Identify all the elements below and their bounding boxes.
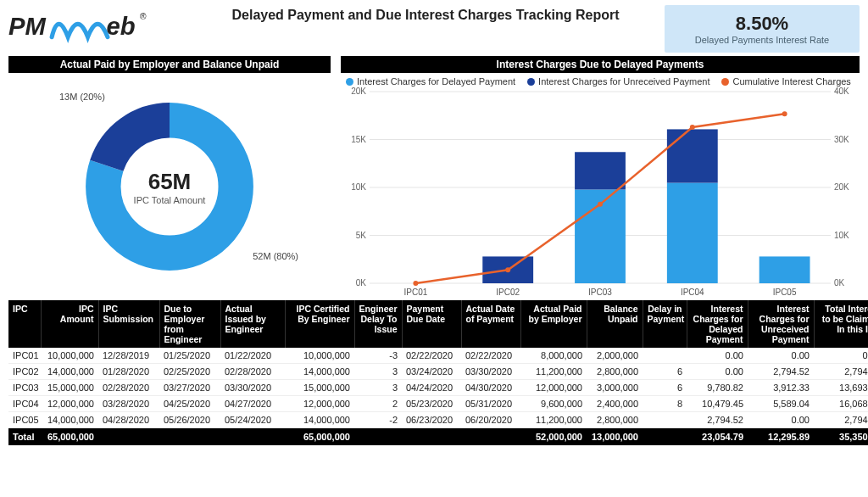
cell: 12/28/2019 <box>98 348 159 364</box>
table-row: IPC0412,000,00003/28/202004/25/202004/27… <box>8 396 868 412</box>
th-int-unreceived: Interest Charges for Unreceived Payment <box>748 300 814 348</box>
th-certified: IPC Certified By Engineer <box>285 300 354 348</box>
cell: 3,912.33 <box>748 380 814 396</box>
cell: 9,780.82 <box>687 380 748 396</box>
table-row: IPC0514,000,00004/28/202005/26/202005/24… <box>8 412 868 428</box>
cell: 05/23/2020 <box>402 396 461 412</box>
cell: 11,200,000 <box>520 412 587 428</box>
table-row: IPC0110,000,00012/28/201901/25/202001/22… <box>8 348 868 364</box>
th-actual-issued: Actual Issued by Engineer <box>220 300 285 348</box>
cell: 02/22/2020 <box>402 348 461 364</box>
cell: 02/28/2020 <box>98 380 159 396</box>
cell: -2 <box>354 412 402 428</box>
cell: 12,000,000 <box>41 396 98 412</box>
svg-text:15K: 15K <box>351 135 366 144</box>
svg-point-32 <box>598 202 603 207</box>
cell: 01/28/2020 <box>98 364 159 380</box>
svg-rect-25 <box>667 183 718 283</box>
ipc-table: IPC IPC Amount IPC Submission Due to Emp… <box>8 300 868 445</box>
cell: 6 <box>643 380 687 396</box>
cell <box>643 348 687 364</box>
cell: 15,000,000 <box>285 380 354 396</box>
cell: 2,794.52 <box>687 412 748 428</box>
cell: 12,000,000 <box>520 380 587 396</box>
donut-center: 65M IPC Total Amount <box>134 169 206 205</box>
cell: 15,000,000 <box>41 380 98 396</box>
cell <box>643 412 687 428</box>
cell: 2,400,000 <box>587 396 643 412</box>
cell: -3 <box>354 348 402 364</box>
cell: IPC01 <box>8 348 41 364</box>
cell: 03/30/2020 <box>461 364 520 380</box>
th-int-total: Total Interest to be Claimed In this IPC <box>814 300 868 348</box>
interest-rate-value: 8.50% <box>736 13 788 35</box>
legend-swatch-3 <box>721 78 729 86</box>
table-row: IPC0214,000,00001/28/202002/25/202002/28… <box>8 364 868 380</box>
cell: 3,000,000 <box>587 380 643 396</box>
cell: 2,794.52 <box>814 412 868 428</box>
donut-chart: 65M IPC Total Amount 13M (20%) 52M (80%) <box>8 73 331 300</box>
cell: 04/30/2020 <box>461 380 520 396</box>
total-amount: 65,000,000 <box>41 428 98 446</box>
cell: 0.00 <box>748 412 814 428</box>
report-title: Delayed Payment and Due Interest Charges… <box>186 7 665 23</box>
cell: 14,000,000 <box>285 364 354 380</box>
cell: 8,000,000 <box>520 348 587 364</box>
cell: 06/23/2020 <box>402 412 461 428</box>
cell: 02/28/2020 <box>220 364 285 380</box>
cell: 03/24/2020 <box>402 364 461 380</box>
svg-text:IPC02: IPC02 <box>496 288 520 297</box>
donut-center-value: 65M <box>134 169 206 195</box>
svg-text:eb: eb <box>106 13 135 40</box>
cell: 8 <box>643 396 687 412</box>
cell: 05/31/2020 <box>461 396 520 412</box>
th-ipc: IPC <box>8 300 41 348</box>
cell: 04/24/2020 <box>402 380 461 396</box>
cell: IPC04 <box>8 396 41 412</box>
total-int-total: 35,350.68 <box>814 428 868 446</box>
th-int-delayed: Interest Charges for Delayed Payment <box>687 300 748 348</box>
report-title-block: Delayed Payment and Due Interest Charges… <box>186 5 665 23</box>
cell: 10,000,000 <box>41 348 98 364</box>
svg-rect-26 <box>667 129 718 182</box>
cell: 10,479.45 <box>687 396 748 412</box>
cell: IPC05 <box>8 412 41 428</box>
cell: 0.00 <box>748 348 814 364</box>
combo-legend: Interest Charges for Delayed Payment Int… <box>341 73 860 87</box>
th-actual-pay-date: Actual Date of Payment <box>461 300 520 348</box>
th-amount: IPC Amount <box>41 300 98 348</box>
cell: IPC02 <box>8 364 41 380</box>
cell: 05/24/2020 <box>220 412 285 428</box>
th-balance: Balance Unpaid <box>587 300 643 348</box>
cell: 13,693.15 <box>814 380 868 396</box>
cell: 3 <box>354 380 402 396</box>
svg-text:20K: 20K <box>834 182 849 192</box>
svg-text:0K: 0K <box>834 278 845 288</box>
cell: 0.00 <box>687 348 748 364</box>
header: PM eb ® Delayed Payment and Due Interest… <box>0 0 868 56</box>
total-paid: 52,000,000 <box>520 428 587 446</box>
th-delay: Delay in Payment <box>643 300 687 348</box>
cell: 16,068.49 <box>814 396 868 412</box>
cell: 03/30/2020 <box>220 380 285 396</box>
combo-chart: 0K0K5K10K10K20K15K30K20K40KIPC01IPC02IPC… <box>341 87 860 300</box>
svg-text:IPC03: IPC03 <box>588 288 612 297</box>
cell: IPC03 <box>8 380 41 396</box>
cell: 2 <box>354 396 402 412</box>
svg-rect-23 <box>575 152 626 189</box>
svg-point-30 <box>413 281 418 286</box>
svg-text:PM: PM <box>8 13 46 40</box>
combo-section-title: Interest Charges Due to Delayed Payments <box>341 56 860 73</box>
th-submission: IPC Submission <box>98 300 159 348</box>
cell: 01/22/2020 <box>220 348 285 364</box>
total-balance: 13,000,000 <box>587 428 643 446</box>
svg-text:IPC01: IPC01 <box>404 288 428 297</box>
svg-point-34 <box>782 111 787 116</box>
svg-text:0K: 0K <box>356 278 367 288</box>
total-label: Total <box>8 428 41 446</box>
interest-rate-label: Delayed Payments Interest Rate <box>695 35 829 45</box>
registered-mark: ® <box>140 12 147 21</box>
svg-text:10K: 10K <box>351 182 366 192</box>
cell: 06/20/2020 <box>461 412 520 428</box>
legend-label-2: Interest Charges for Unreceived Payment <box>538 76 709 87</box>
